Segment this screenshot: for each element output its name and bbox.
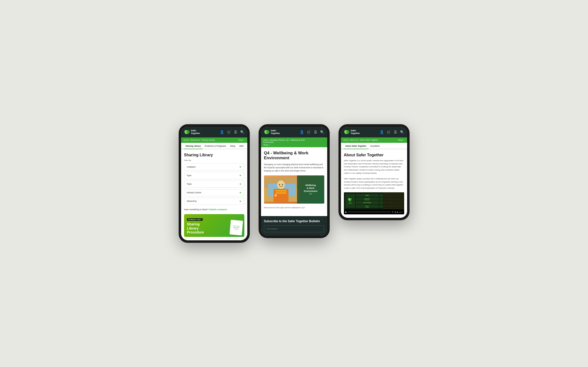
phone-2-logo: Safer Together (264, 129, 280, 135)
phone-1-logo-text: Safer Together (191, 129, 200, 135)
phone-3-logo: Safer Together (344, 129, 360, 135)
svg-rect-17 (275, 190, 286, 191)
phone-1: Safer Together 👤 🛒 ☰ 🔍 Home › Resources … (179, 124, 250, 243)
search-icon-3[interactable]: 🔍 (400, 130, 404, 134)
user-icon-2[interactable]: 👤 (300, 130, 304, 134)
cart-icon[interactable]: 🛒 (227, 130, 231, 134)
phone-1-breadcrumb: Home › Resources › Sharing Library (184, 139, 215, 141)
industry-arrow-icon: ▼ (239, 191, 242, 194)
filter-category[interactable]: Category ▼ (184, 163, 244, 171)
person-image (264, 175, 300, 204)
subscribe-title: Subscribe to the Safer Together Bulletin (264, 220, 324, 223)
phone-2-breadcrumb-line2: Environment (263, 141, 325, 143)
video-thumbnail[interactable]: SaferTogether Safety Competence& Behavio… (344, 192, 404, 214)
phone-2-body-text: Managing our ever-changing physical and … (264, 163, 324, 172)
phone-2-page-title: Q4 - Wellbeing & Work Environment (264, 151, 324, 161)
phone-2-nav-icons: 👤 🛒 ☰ 🔍 (300, 130, 324, 134)
phone-3-logo-text: Safer Together (351, 129, 360, 135)
subscribe-first-name-input[interactable] (264, 225, 324, 232)
phone-3-body-text-2: Safer Together plays a pivotal role in d… (344, 177, 404, 190)
phone-1-content: Sharing Library Filter By Category ▼ Typ… (181, 149, 247, 241)
tab-shop[interactable]: Shop (228, 143, 237, 149)
submit-resource-link[interactable]: Submit a resource (209, 208, 227, 211)
phone-1-page-title: Sharing Library (184, 153, 244, 157)
menu-icon-2[interactable]: ☰ (314, 130, 317, 134)
phone-2-logo-text: Safer Together (271, 129, 280, 135)
video-progress-bar[interactable] (348, 212, 391, 212)
video-play-icon[interactable]: ▶ (345, 211, 347, 213)
phone-2-breadcrumb-bar: Home › Quarterly Themes › Q4 - Wellbeing… (261, 137, 327, 147)
document-thumbnail: Safer Together Sharing LibraryProcedure (229, 220, 243, 235)
q4-overlay: Wellbeing& WorkEnvironment Q4 (297, 175, 324, 204)
type-arrow-icon: ▼ (239, 174, 242, 177)
svg-point-15 (279, 184, 280, 185)
phone-3-share-button[interactable]: Share 〈 (398, 139, 404, 141)
phone-3-body-text-1: Safer Together is a not-for-profit, memb… (344, 159, 404, 175)
cart-icon-2[interactable]: 🛒 (307, 130, 311, 134)
cart-icon-3[interactable]: 🛒 (387, 130, 391, 134)
svg-point-6 (265, 133, 266, 133)
safer-together-logo-icon (184, 130, 190, 134)
svg-point-21 (345, 133, 346, 133)
video-controls-bar[interactable]: ▶ 👁 🔗 ▶ ◎ V (344, 209, 404, 214)
phone-1-logo: Safer Together (184, 129, 200, 135)
phones-container: Safer Together 👤 🛒 ☰ 🔍 Home › Resources … (179, 124, 410, 243)
phone-2-hero-image: Wellbeing& WorkEnvironment Q4 (264, 175, 324, 204)
svg-point-16 (282, 184, 283, 185)
user-icon[interactable]: 👤 (220, 130, 224, 134)
phone-3-screen: Safer Together 👤 🛒 ☰ 🔍 Home › About Us ›… (341, 127, 407, 218)
members-only-badge: MEMBERS ONLY (187, 218, 203, 221)
phone-1-filter-label: Filter By (184, 159, 244, 161)
phone-3-nav-icons: 👤 🛒 ☰ 🔍 (380, 130, 404, 134)
phone-3: Safer Together 👤 🛒 ☰ 🔍 Home › About Us ›… (338, 124, 410, 220)
q4-overlay-text: Wellbeing& WorkEnvironment (304, 184, 317, 193)
phone-3-tab-bar: About Safer Together Good2Go (341, 143, 407, 149)
search-icon[interactable]: 🔍 (240, 130, 244, 134)
tab-about-safer-together[interactable]: About Safer Together (343, 143, 368, 149)
svg-rect-18 (275, 193, 286, 193)
svg-point-2 (186, 133, 186, 133)
svg-point-22 (347, 133, 348, 133)
filter-type[interactable]: Type ▼ (184, 172, 244, 179)
phone-1-tab-bar: Sharing Library Products & Programs Shop… (181, 143, 247, 149)
phone-1-share-button[interactable]: Share 〈 (238, 139, 245, 141)
svg-point-14 (275, 194, 277, 196)
filter-shared-by[interactable]: Shared by ▼ (184, 198, 244, 205)
phone-1-navbar: Safer Together 👤 🛒 ☰ 🔍 (181, 127, 247, 137)
q4-overlay-badge: Q4 (309, 193, 312, 195)
phone-2-breadcrumb-line1: Home › Quarterly Themes › Q4 - Wellbeing… (263, 139, 325, 141)
filter-industry-sector[interactable]: Industry Sector ▼ (184, 189, 244, 196)
safer-together-logo-icon-3 (344, 130, 350, 134)
phone-2-subscribe-section: Subscribe to the Safer Together Bulletin (261, 216, 327, 236)
phone-1-screen: Safer Together 👤 🛒 ☰ 🔍 Home › Resources … (181, 127, 247, 241)
filter-topic[interactable]: Topic ▼ (184, 181, 244, 188)
phone-3-breadcrumb: Home › About Us › About Safer Together (343, 139, 378, 141)
vimeo-logo: V (401, 211, 403, 213)
svg-point-7 (267, 133, 268, 133)
phone-2-resources-note: Resources for this topic will be realeas… (264, 207, 324, 209)
phone-2-navbar: Safer Together 👤 🛒 ☰ 🔍 (261, 127, 327, 137)
tab-sharing-library[interactable]: Sharing Library (184, 143, 203, 149)
menu-icon[interactable]: ☰ (234, 130, 237, 134)
user-icon-3[interactable]: 👤 (380, 130, 384, 134)
menu-icon-3[interactable]: ☰ (394, 130, 397, 134)
phone-3-breadcrumb-bar: Home › About Us › About Safer Together S… (341, 137, 407, 143)
category-arrow-icon: ▼ (239, 166, 242, 168)
phone-1-nav-icons: 👤 🛒 ☰ 🔍 (220, 130, 244, 134)
tab-unc[interactable]: UNC (237, 143, 246, 149)
svg-point-11 (277, 180, 285, 189)
tab-products-programs[interactable]: Products & Programs (203, 143, 228, 149)
phone-3-content: About Safer Together Safer Together is a… (341, 149, 407, 218)
phone-3-navbar: Safer Together 👤 🛒 ☰ 🔍 (341, 127, 407, 137)
search-icon-2[interactable]: 🔍 (320, 130, 324, 134)
svg-point-3 (187, 133, 188, 133)
phone-2: Safer Together 👤 🛒 ☰ 🔍 Home › Quarterly … (259, 124, 330, 238)
safer-together-logo-icon-2 (264, 130, 270, 134)
phone-1-breadcrumb-bar: Home › Resources › Sharing Library Share… (181, 137, 247, 143)
tab-good2go[interactable]: Good2Go (368, 143, 382, 149)
shared-by-arrow-icon: ▼ (239, 200, 242, 203)
sharing-library-card: MEMBERS ONLY Sharing Library Procedure S… (184, 214, 244, 237)
phone-2-content: Q4 - Wellbeing & Work Environment Managi… (261, 147, 327, 216)
phone-2-share-button[interactable]: Share 〈 (263, 144, 325, 146)
share-resource-section: Have something to share? Submit a resour… (184, 208, 244, 211)
